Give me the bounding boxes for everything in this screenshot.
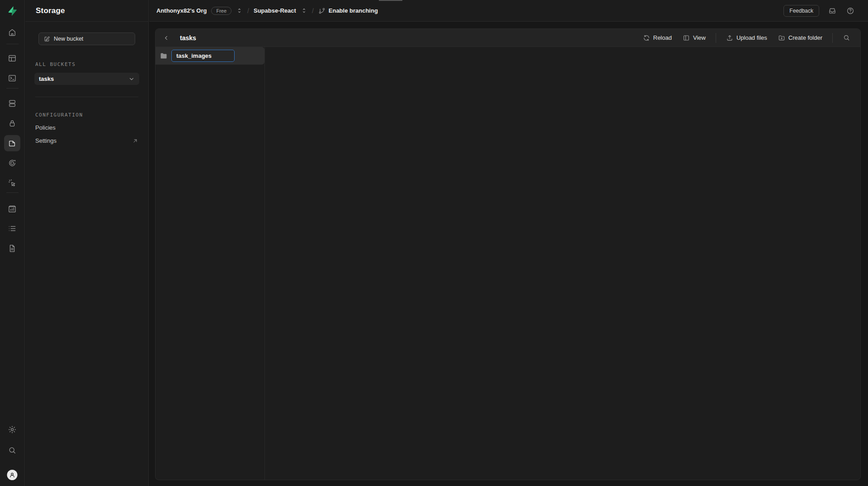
rail-item-realtime[interactable] <box>4 175 20 191</box>
notifications-button[interactable] <box>827 6 837 16</box>
view-button[interactable]: View <box>678 32 710 44</box>
help-button[interactable] <box>845 6 855 16</box>
user-icon <box>9 472 16 478</box>
reload-button[interactable]: Reload <box>638 32 676 44</box>
sidebar-item-settings[interactable]: Settings <box>34 137 139 144</box>
refresh-icon <box>643 34 650 42</box>
rail-item-sql-editor[interactable] <box>4 70 20 86</box>
create-folder-button[interactable]: Create folder <box>774 32 827 44</box>
api-docs-file-icon <box>8 244 17 253</box>
policies-label: Policies <box>35 124 56 131</box>
reload-label: Reload <box>653 34 672 41</box>
rail-item-table-editor[interactable] <box>4 50 20 66</box>
back-button[interactable] <box>161 33 172 43</box>
rail-item-settings[interactable] <box>4 421 20 438</box>
table-editor-icon <box>8 54 17 63</box>
bucket-select-value: tasks <box>39 75 54 82</box>
folder-icon <box>160 52 167 60</box>
explorer-body: task_images <box>156 47 860 480</box>
rail-item-edge-functions[interactable] <box>4 155 20 171</box>
rail-item-home[interactable] <box>4 24 20 41</box>
plan-badge[interactable]: Free <box>211 7 231 15</box>
sidebar-item-policies[interactable]: Policies <box>34 124 139 131</box>
new-bucket-label: New bucket <box>54 36 83 42</box>
explorer-column: task_images <box>156 47 265 480</box>
supabase-logo-icon <box>6 5 19 17</box>
main-content: tasks Reload View <box>149 22 868 486</box>
upload-icon <box>726 34 733 42</box>
toolbar-divider <box>832 33 833 43</box>
breadcrumb-separator: / <box>247 7 249 14</box>
storage-folder-icon <box>8 139 17 148</box>
top-navigation: Anthonyx82's Org Free / Supabse-React / … <box>149 0 868 22</box>
explorer-title: tasks <box>180 34 638 42</box>
new-bucket-button[interactable]: New bucket <box>38 33 135 45</box>
toolbar-divider <box>716 33 716 43</box>
storage-explorer-card: tasks Reload View <box>155 28 861 480</box>
edge-functions-icon <box>8 159 17 168</box>
breadcrumb: Anthonyx82's Org Free / Supabse-React / … <box>156 7 783 15</box>
explorer-toolbar: Reload View Upload files <box>638 31 855 44</box>
reports-chart-icon <box>8 205 17 214</box>
rail-item-reports[interactable] <box>4 201 20 217</box>
breadcrumb-project[interactable]: Supabse-React <box>254 7 296 14</box>
chevron-left-icon <box>163 34 170 42</box>
explorer-search-button[interactable] <box>838 31 855 44</box>
icon-rail <box>0 0 25 486</box>
rail-divider <box>6 88 19 89</box>
search-icon <box>843 34 850 42</box>
bucket-select[interactable]: tasks <box>34 73 139 85</box>
nav-actions: Feedback <box>783 5 855 17</box>
breadcrumb-separator: / <box>312 7 314 14</box>
gear-icon <box>8 425 17 434</box>
chevron-down-icon <box>128 76 135 82</box>
page-title: Storage <box>36 6 65 15</box>
rail-item-api-docs[interactable] <box>4 240 20 257</box>
rail-divider <box>6 192 19 193</box>
upload-files-button[interactable]: Upload files <box>722 32 772 44</box>
rail-item-storage[interactable] <box>4 135 20 151</box>
view-label: View <box>693 34 706 41</box>
account-avatar[interactable] <box>7 470 18 480</box>
settings-label: Settings <box>35 137 57 144</box>
upload-files-label: Upload files <box>736 34 767 41</box>
home-icon <box>8 28 17 37</box>
search-icon <box>8 446 17 455</box>
auth-lock-icon <box>8 119 17 128</box>
folder-plus-icon <box>778 34 785 42</box>
sidebar-divider <box>35 97 138 97</box>
edit-icon <box>43 36 50 42</box>
rail-item-database[interactable] <box>4 95 20 112</box>
rail-divider <box>6 44 19 44</box>
enable-branching-button[interactable]: Enable branching <box>318 7 378 14</box>
database-icon <box>8 99 17 108</box>
supabase-logo[interactable] <box>6 5 19 17</box>
logs-list-icon <box>8 224 17 233</box>
all-buckets-section-label: ALL BUCKETS <box>35 61 138 67</box>
file-row-task-images[interactable]: task_images <box>156 47 264 65</box>
project-switcher-chevrons-icon[interactable] <box>301 7 307 14</box>
rail-item-logs[interactable] <box>4 220 20 237</box>
enable-branching-label: Enable branching <box>329 7 378 14</box>
columns-view-icon <box>683 34 690 42</box>
rail-item-search[interactable] <box>4 442 20 458</box>
help-icon <box>846 7 854 15</box>
top-edge-artifact <box>379 0 402 1</box>
configuration-section-label: CONFIGURATION <box>35 112 138 118</box>
breadcrumb-org[interactable]: Anthonyx82's Org <box>156 7 207 14</box>
realtime-cursor-icon <box>8 178 17 187</box>
org-switcher-chevrons-icon[interactable] <box>236 7 243 14</box>
rail-item-authentication[interactable] <box>4 115 20 131</box>
file-name[interactable]: task_images <box>171 50 235 62</box>
feedback-button[interactable]: Feedback <box>783 5 819 17</box>
storage-sidebar: Storage New bucket ALL BUCKETS tasks CON… <box>25 0 149 486</box>
sql-editor-icon <box>8 74 17 83</box>
create-folder-label: Create folder <box>788 34 822 41</box>
inbox-icon <box>828 7 836 15</box>
sidebar-header: Storage <box>25 0 148 22</box>
git-branch-icon <box>318 7 326 14</box>
explorer-empty-area <box>265 47 860 480</box>
external-link-icon <box>132 138 138 144</box>
explorer-header: tasks Reload View <box>156 29 860 47</box>
